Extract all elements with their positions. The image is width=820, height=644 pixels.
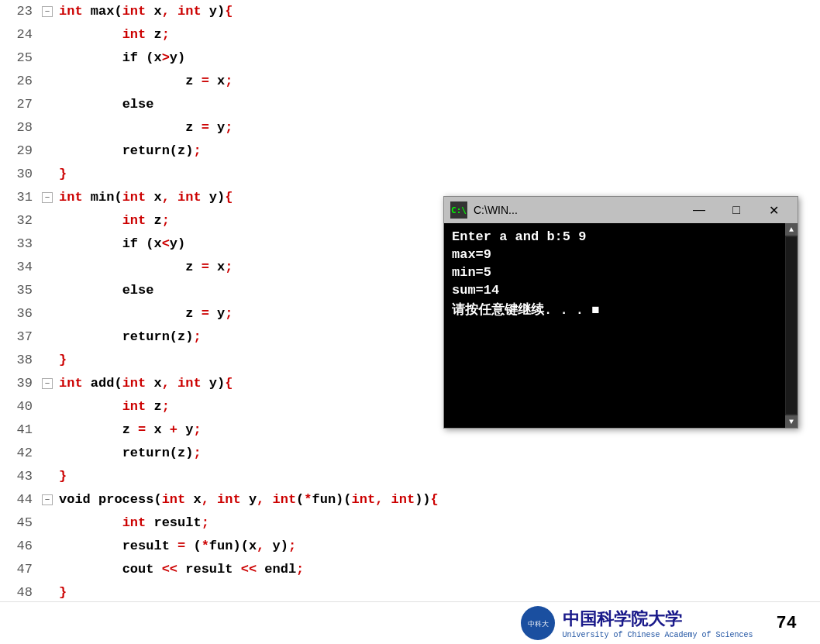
fold-icon[interactable]: −	[42, 378, 53, 389]
scroll-down[interactable]: ▼	[785, 415, 798, 428]
table-row: 47 cout << result << endl;	[0, 558, 820, 581]
fold-button	[39, 139, 56, 163]
fold-button	[39, 163, 56, 186]
fold-button	[39, 349, 56, 372]
line-number: 28	[0, 116, 39, 139]
line-number: 27	[0, 93, 39, 116]
fold-icon[interactable]: −	[42, 6, 53, 17]
code-tokens: int max(int x, int y){	[59, 4, 233, 19]
indent	[59, 120, 185, 135]
line-number: 37	[0, 325, 39, 349]
line-number: 31	[0, 186, 39, 209]
code-tokens: }	[59, 167, 67, 181]
line-number: 32	[0, 209, 39, 232]
fold-button[interactable]: −	[39, 0, 56, 23]
terminal-line: min=5	[452, 265, 777, 280]
table-row: 45 int result;	[0, 511, 820, 535]
code-content: }	[56, 163, 820, 186]
code-tokens: z = y;	[185, 306, 233, 321]
close-button[interactable]: ✕	[756, 199, 791, 221]
fold-icon[interactable]: −	[42, 494, 53, 505]
indent	[59, 213, 122, 228]
terminal-titlebar: C:\ C:\WIN... — □ ✕	[444, 197, 798, 223]
table-row: 44−void process(int x, int y, int(*fun)(…	[0, 488, 820, 511]
indent	[59, 539, 122, 553]
minimize-button[interactable]: —	[681, 199, 717, 221]
fold-button	[39, 395, 56, 418]
fold-button	[39, 232, 56, 256]
indent	[59, 422, 122, 437]
code-tokens: }	[59, 353, 67, 367]
line-number: 40	[0, 395, 39, 418]
fold-button	[39, 23, 56, 46]
code-tokens: int z;	[122, 399, 170, 414]
code-tokens: cout << result << endl;	[122, 562, 305, 577]
code-tokens: else	[122, 97, 154, 112]
line-number: 43	[0, 465, 39, 488]
terminal-body: Enter a and b:5 9max=9min=5sum=14请按任意键继续…	[444, 223, 798, 428]
code-content: void process(int x, int y, int(*fun)(int…	[56, 488, 820, 511]
logo-area: 中科大 中国科学院大学 University of Chinese Academ…	[521, 606, 797, 640]
line-number: 38	[0, 349, 39, 372]
table-row: 42 return(z);	[0, 442, 820, 465]
logo-icon: 中科大	[521, 606, 555, 640]
indent	[59, 143, 122, 158]
indent	[59, 97, 122, 112]
fold-button	[39, 418, 56, 442]
indent	[59, 236, 122, 251]
code-content: if (x>y)	[56, 46, 820, 70]
fold-button[interactable]: −	[39, 186, 56, 209]
line-number: 24	[0, 23, 39, 46]
table-row: 46 result = (*fun)(x, y);	[0, 535, 820, 558]
logo-chinese: 中国科学院大学	[563, 608, 753, 631]
line-number: 29	[0, 139, 39, 163]
table-row: 23−int max(int x, int y){	[0, 0, 820, 23]
indent	[59, 562, 122, 577]
terminal-buttons[interactable]: — □ ✕	[681, 199, 791, 221]
code-content: int max(int x, int y){	[56, 0, 820, 23]
code-tokens: }	[59, 469, 67, 484]
indent	[59, 74, 185, 88]
fold-button	[39, 256, 56, 279]
code-tokens: int add(int x, int y){	[59, 376, 233, 391]
code-content: z = y;	[56, 116, 820, 139]
page-number: 74	[777, 614, 797, 633]
indent	[59, 283, 122, 298]
scroll-up[interactable]: ▲	[785, 223, 798, 236]
terminal-window: C:\ C:\WIN... — □ ✕ Enter a and b:5 9max…	[443, 196, 798, 429]
table-row: 43}	[0, 465, 820, 488]
fold-button	[39, 325, 56, 349]
line-number: 34	[0, 256, 39, 279]
indent	[59, 50, 122, 65]
indent	[59, 446, 122, 460]
line-number: 30	[0, 163, 39, 186]
line-number: 33	[0, 232, 39, 256]
code-content: int z;	[56, 23, 820, 46]
table-row: 25 if (x>y)	[0, 46, 820, 70]
code-tokens: int z;	[122, 213, 170, 228]
code-tokens: z = x;	[185, 260, 233, 274]
fold-button	[39, 93, 56, 116]
terminal-icon: C:\	[450, 201, 467, 219]
maximize-button[interactable]: □	[718, 199, 754, 221]
code-tokens: else	[122, 283, 154, 298]
code-tokens: result = (*fun)(x, y);	[122, 539, 296, 553]
fold-button	[39, 116, 56, 139]
fold-button	[39, 302, 56, 325]
fold-button[interactable]: −	[39, 488, 56, 511]
fold-icon[interactable]: −	[42, 192, 53, 203]
code-content: z = x;	[56, 70, 820, 93]
terminal-line: Enter a and b:5 9	[452, 229, 777, 244]
fold-button	[39, 465, 56, 488]
fold-button	[39, 70, 56, 93]
fold-button	[39, 279, 56, 302]
code-tokens: if (x>y)	[122, 50, 186, 65]
indent	[59, 515, 122, 530]
fold-button[interactable]: −	[39, 372, 56, 395]
indent	[59, 27, 122, 42]
table-row: 30}	[0, 163, 820, 186]
code-tokens: z = y;	[185, 120, 233, 135]
line-number: 35	[0, 279, 39, 302]
fold-button	[39, 535, 56, 558]
indent	[59, 260, 185, 274]
